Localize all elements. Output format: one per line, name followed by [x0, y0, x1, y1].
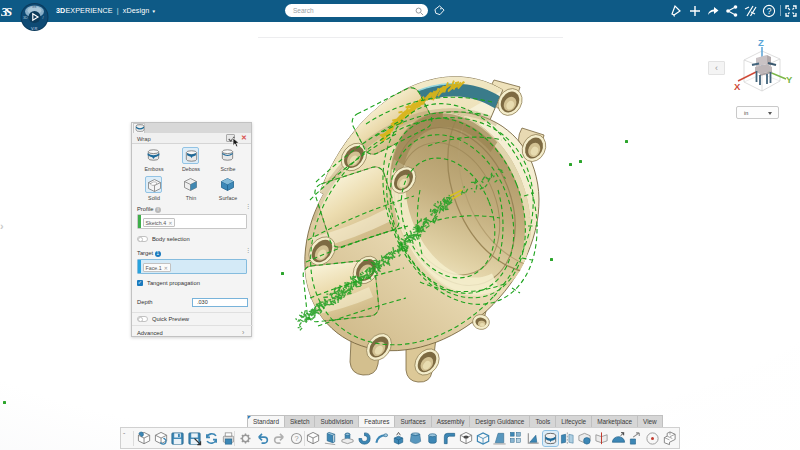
svg-text:V.R: V.R: [31, 26, 37, 31]
svg-text:3D: 3D: [23, 16, 28, 20]
svg-text:3S: 3S: [1, 4, 12, 19]
svg-text:/: /: [43, 16, 44, 20]
svg-text:Z: Z: [758, 38, 764, 48]
svg-text:3S: 3S: [32, 5, 37, 9]
svg-text:X: X: [734, 81, 741, 92]
svg-text:Y: Y: [786, 74, 793, 85]
svg-text:?: ?: [294, 434, 298, 443]
svg-text:?: ?: [766, 6, 771, 16]
